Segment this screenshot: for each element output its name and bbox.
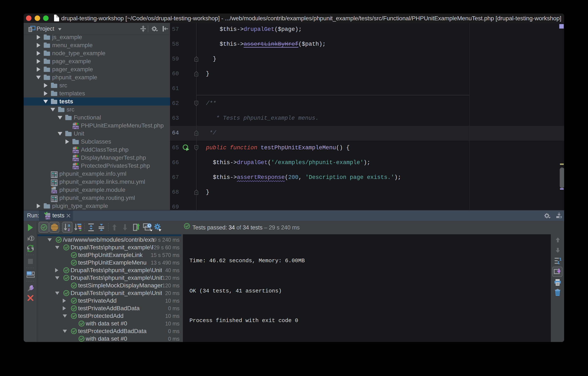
svg-text:php: php [45,216,51,219]
svg-text:php: php [73,150,78,153]
svg-text:php: php [73,126,78,129]
svg-text:z: z [68,227,70,231]
svg-text:php: php [73,166,78,169]
svg-text:php: php [52,190,57,193]
svg-text:php: php [73,158,78,161]
svg-text:a: a [68,223,70,228]
